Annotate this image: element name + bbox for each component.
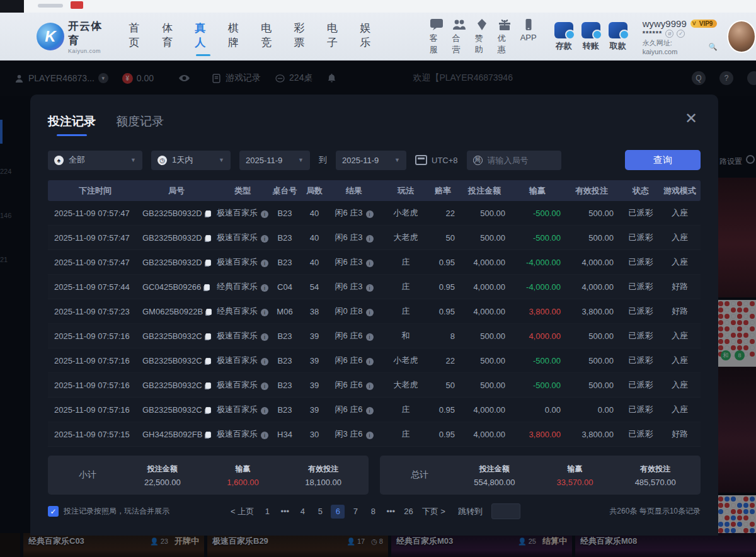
info-icon[interactable]: i	[366, 210, 374, 218]
copy-icon[interactable]	[204, 284, 210, 290]
nav-item-电竞[interactable]: 电竞	[261, 21, 277, 52]
cell-type: 极速百家乐i	[210, 256, 268, 268]
cell-table: H34	[268, 430, 301, 439]
page-button-4[interactable]: 4	[295, 505, 309, 519]
nav-item-棋牌[interactable]: 棋牌	[228, 21, 244, 52]
cell-odds: 0.95	[431, 307, 464, 316]
table-row[interactable]: 2025-11-09 07:57:23GM0625B0922B经典百家乐iM06…	[48, 299, 701, 324]
nav-item-首页[interactable]: 首页	[129, 21, 146, 52]
quick-link-APP[interactable]: APP	[520, 18, 537, 55]
quick-link-优惠[interactable]: 优惠	[498, 18, 512, 55]
cell-winloss: -500.00	[514, 381, 570, 390]
brand-name: 开云体育	[68, 19, 108, 48]
card-icon	[581, 22, 600, 38]
cell-type: 极速百家乐i	[210, 207, 268, 219]
diamond-icon	[475, 18, 489, 31]
table-row[interactable]: 2025-11-09 07:57:16GB2325B0932C极速百家乐iB23…	[48, 348, 701, 373]
nav-item-真人[interactable]: 真人	[195, 21, 211, 52]
column-header-有效投注: 有效投注	[570, 185, 622, 197]
bet-records-modal: ✕ 投注记录额度记录 ♠ 全部 ▼ ◷ 1天内 ▼ 2025-11-9 ▼ 到	[30, 95, 718, 536]
info-icon[interactable]: i	[366, 382, 374, 390]
tab-投注记录[interactable]: 投注记录	[48, 113, 96, 136]
round-search-input[interactable]	[488, 156, 555, 165]
total-amount-label: 投注金额	[454, 464, 535, 474]
cell-result: 闲3 庄6i	[328, 428, 381, 440]
info-icon[interactable]: i	[261, 235, 268, 243]
info-icon[interactable]: i	[261, 210, 268, 218]
info-icon[interactable]: i	[366, 309, 374, 316]
page-button-7[interactable]: 7	[348, 505, 362, 519]
nav-item-娱乐[interactable]: 娱乐	[360, 21, 376, 52]
info-icon[interactable]: i	[366, 432, 374, 439]
info-icon[interactable]: i	[261, 407, 268, 415]
info-icon[interactable]: i	[261, 284, 268, 292]
cell-odds: 0.95	[431, 258, 464, 267]
table-row[interactable]: 2025-11-09 07:57:47GB2325B0932D极速百家乐iB23…	[48, 201, 701, 226]
table-row[interactable]: 2025-11-09 07:57:16GB2325B0932C极速百家乐iB23…	[48, 398, 701, 422]
cell-odds: 50	[431, 381, 464, 390]
search-icon[interactable]: 🔍	[709, 43, 718, 51]
cell-count: 40	[301, 258, 328, 267]
tab-额度记录[interactable]: 额度记录	[116, 113, 164, 136]
cell-time: 2025-11-09 07:57:44	[48, 282, 136, 292]
info-icon[interactable]: i	[261, 382, 268, 390]
nav-item-体育[interactable]: 体育	[162, 21, 178, 52]
query-button[interactable]: 查询	[625, 150, 701, 170]
subtotal-winloss: 1,600.00	[203, 478, 284, 487]
cell-valid: 4,000.00	[570, 258, 622, 267]
wallet-link-存款[interactable]: 存款	[554, 22, 573, 52]
page-button-8[interactable]: 8	[366, 505, 380, 519]
info-icon[interactable]: i	[366, 235, 374, 243]
wallet-link-转账[interactable]: 转账	[581, 22, 600, 52]
table-row[interactable]: 2025-11-09 07:57:47GB2325B0932D极速百家乐iB23…	[48, 226, 701, 250]
table-row[interactable]: 2025-11-09 07:57:16GB2325B0932C极速百家乐iB23…	[48, 373, 701, 398]
table-row[interactable]: 2025-11-09 07:57:16GB2325B0932C极速百家乐iB23…	[48, 324, 701, 348]
quick-link-客服[interactable]: 客服	[430, 18, 444, 55]
merge-checkbox[interactable]: ✓	[48, 506, 59, 517]
wallet-link-取款[interactable]: 取款	[609, 22, 627, 52]
time-range-select[interactable]: ◷ 1天内 ▼	[151, 151, 231, 170]
cell-time: 2025-11-09 07:57:16	[48, 405, 136, 415]
prev-page-button[interactable]: < 上页	[228, 505, 256, 519]
info-icon[interactable]: i	[366, 284, 374, 292]
info-icon[interactable]: i	[366, 260, 374, 267]
cell-type: 极速百家乐i	[210, 355, 268, 366]
close-icon[interactable]: ✕	[684, 112, 698, 126]
quick-link-赞助[interactable]: 赞助	[475, 18, 489, 55]
eye-slash-icon[interactable]: ø	[665, 30, 673, 38]
page-button-26[interactable]: 26	[401, 505, 415, 519]
info-icon[interactable]: i	[366, 407, 374, 415]
info-icon[interactable]: i	[366, 358, 374, 365]
cell-count: 39	[301, 331, 328, 341]
refresh-icon[interactable]: ✓	[677, 30, 685, 38]
jump-to-input[interactable]	[491, 503, 520, 519]
table-row[interactable]: 2025-11-09 07:57:15GH3425B092FB极速百家乐iH34…	[48, 422, 701, 447]
page-button-5[interactable]: 5	[313, 505, 327, 519]
merge-checkbox-label: 投注记录按照局，玩法合并展示	[64, 506, 169, 517]
date-to-picker[interactable]: 2025-11-9 ▼	[336, 151, 406, 170]
info-icon[interactable]: i	[366, 333, 374, 341]
info-icon[interactable]: i	[261, 358, 268, 365]
page-button-1[interactable]: 1	[260, 505, 274, 519]
cell-valid: 0.00	[570, 405, 622, 415]
info-icon[interactable]: i	[261, 333, 268, 341]
info-icon[interactable]: i	[261, 309, 268, 316]
cell-play: 和	[381, 330, 431, 342]
avatar[interactable]	[727, 20, 756, 53]
date-from-picker[interactable]: 2025-11-9 ▼	[239, 151, 310, 170]
brand-logo[interactable]: 开云体育 Kaiyun.com	[37, 19, 108, 54]
game-type-select[interactable]: ♠ 全部 ▼	[48, 151, 142, 170]
table-row[interactable]: 2025-11-09 07:57:47GB2325B0932D极速百家乐iB23…	[48, 250, 701, 275]
cell-count: 40	[301, 233, 328, 243]
cell-count: 38	[301, 307, 328, 316]
next-page-button[interactable]: 下页 >	[420, 505, 448, 519]
timezone-display[interactable]: UTC+8	[415, 155, 458, 165]
page-button-6[interactable]: 6	[331, 505, 345, 519]
modal-tabs: 投注记录额度记录	[48, 95, 701, 136]
table-row[interactable]: 2025-11-09 07:57:44GC0425B09266经典百家乐iC04…	[48, 275, 701, 299]
info-icon[interactable]: i	[261, 432, 268, 439]
quick-link-合营[interactable]: 合营	[452, 18, 466, 55]
nav-item-彩票[interactable]: 彩票	[294, 21, 311, 52]
info-icon[interactable]: i	[261, 260, 268, 267]
nav-item-电子[interactable]: 电子	[327, 21, 343, 52]
